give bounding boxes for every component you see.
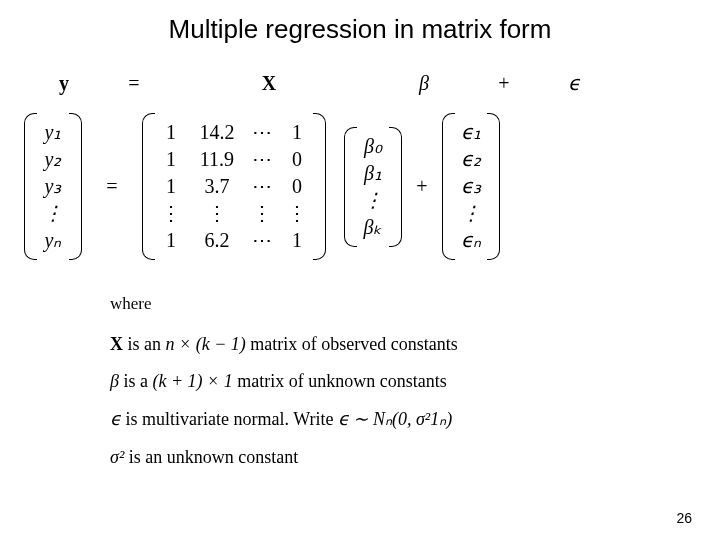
X-matrix: 1 1 1 ⋮ 1 14.2 11.9 3.7 ⋮ 6.2 ⋯ ⋯ ⋯ ⋮ ⋯ … bbox=[142, 113, 326, 260]
sym-beta: β bbox=[374, 72, 474, 95]
y-vdots: ⋮ bbox=[42, 200, 64, 227]
sym-eps: ϵ bbox=[534, 71, 614, 95]
yn: yₙ bbox=[42, 227, 64, 254]
sym-X: X bbox=[164, 72, 374, 95]
def-sigma: σ² is an unknown constant bbox=[110, 439, 720, 477]
equation-matrix-row: y₁ y₂ y₃ ⋮ yₙ = 1 1 1 ⋮ 1 14.2 11.9 3.7 … bbox=[0, 113, 720, 260]
eps-vector: ϵ₁ ϵ₂ ϵ₃ ⋮ ϵₙ bbox=[442, 113, 500, 260]
equation-symbolic-row: y = X β + ϵ bbox=[0, 71, 720, 95]
page-number: 26 bbox=[676, 510, 692, 526]
def-X: X is an n × (k − 1) matrix of observed c… bbox=[110, 326, 720, 364]
def-beta: β is a (k + 1) × 1 matrix of unknown con… bbox=[110, 363, 720, 401]
def-eps: ϵ is multivariate normal. Write ϵ ∼ Nₙ(0… bbox=[110, 401, 720, 439]
eq-2: = bbox=[82, 175, 142, 198]
y2: y₂ bbox=[42, 146, 64, 173]
y3: y₃ bbox=[42, 173, 64, 200]
definitions-block: where X is an n × (k − 1) matrix of obse… bbox=[0, 286, 720, 477]
slide-title: Multiple regression in matrix form bbox=[0, 0, 720, 45]
sym-plus: + bbox=[474, 72, 534, 95]
sym-y: y bbox=[24, 72, 104, 95]
plus-2: + bbox=[402, 175, 442, 198]
y-vector: y₁ y₂ y₃ ⋮ yₙ bbox=[24, 113, 82, 260]
y1: y₁ bbox=[42, 119, 64, 146]
sym-equals: = bbox=[104, 72, 164, 95]
where-label: where bbox=[110, 286, 720, 322]
beta-vector: β₀ β₁ ⋮ βₖ bbox=[344, 127, 402, 247]
